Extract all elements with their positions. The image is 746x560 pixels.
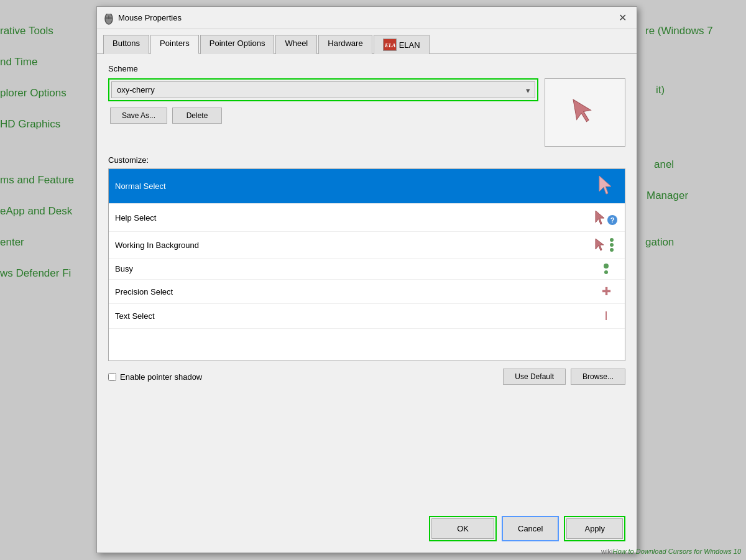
apply-button[interactable]: Apply: [566, 518, 623, 539]
cursor-item-busy[interactable]: Busy: [109, 259, 625, 280]
bg-text-3: plorer Options: [0, 87, 67, 99]
scheme-label: Scheme: [108, 64, 625, 73]
tab-elan[interactable]: ELAN ELAN: [374, 35, 430, 54]
mouse-properties-dialog: Mouse Properties ✕ Buttons Pointers Poin…: [96, 6, 637, 553]
bg-text-5: ms and Feature: [0, 174, 74, 186]
tab-bar: Buttons Pointers Pointer Options Wheel H…: [97, 29, 637, 54]
tab-pointer-options[interactable]: Pointer Options: [200, 35, 275, 54]
normal-select-icon: [594, 174, 619, 198]
customize-label: Customize:: [108, 155, 625, 165]
cursor-item-precision-select[interactable]: Precision Select ✚: [109, 280, 625, 304]
bg-text-6: eApp and Desk: [0, 205, 72, 218]
watermark-how: How to Download Cursors for Windows 10: [612, 548, 741, 555]
shadow-checkbox[interactable]: [108, 373, 116, 381]
text-select-icon: I: [594, 309, 619, 323]
tab-pointers[interactable]: Pointers: [150, 35, 199, 54]
bg-text-2: nd Time: [0, 56, 37, 68]
bg-text-1: rative Tools: [0, 25, 53, 37]
elan-label: ELAN: [399, 40, 420, 50]
dialog-icon: [102, 14, 114, 22]
title-bar: Mouse Properties ✕: [97, 7, 637, 29]
working-background-icon: [594, 237, 619, 253]
bottom-buttons: OK Cancel Apply: [429, 516, 625, 541]
ok-button-wrapper: OK: [429, 516, 497, 541]
scheme-select-wrapper: oxy-cherry: [111, 81, 535, 98]
use-default-button[interactable]: Use Default: [503, 369, 566, 385]
bg-text-8: ws Defender Fi: [0, 267, 71, 280]
tab-wheel[interactable]: Wheel: [275, 35, 317, 54]
help-select-icon: ?: [594, 209, 619, 226]
svg-marker-7: [596, 211, 604, 224]
bg-text-10: Manager: [647, 190, 688, 202]
svg-marker-5: [573, 96, 592, 123]
cursor-preview-box: [545, 78, 625, 147]
bg-text-4: HD Graphics: [0, 118, 60, 131]
shadow-buttons: Use Default Browse...: [503, 369, 625, 385]
bg-text-12: re (Windows 7: [645, 25, 713, 37]
close-button[interactable]: ✕: [608, 8, 637, 27]
scheme-select[interactable]: oxy-cherry: [111, 81, 535, 98]
bg-text-13: it): [656, 84, 665, 96]
busy-icon: [594, 264, 619, 274]
shadow-row: Enable pointer shadow Use Default Browse…: [108, 369, 625, 385]
cursor-item-help-select[interactable]: Help Select ?: [109, 204, 625, 232]
tab-hardware[interactable]: Hardware: [318, 35, 372, 54]
shadow-label: Enable pointer shadow: [120, 372, 202, 382]
elan-logo: ELAN: [383, 39, 397, 51]
bg-text-7: enter: [0, 236, 24, 249]
cursor-preview-icon: [569, 92, 601, 132]
cursor-item-normal-select[interactable]: Normal Select: [109, 169, 625, 204]
dialog-content: Scheme oxy-cherry Save As... Delete: [97, 54, 637, 395]
svg-text:ELAN: ELAN: [384, 42, 395, 48]
scheme-left: oxy-cherry Save As... Delete: [108, 78, 538, 124]
scheme-buttons: Save As... Delete: [108, 108, 538, 124]
bg-text-9: anel: [654, 158, 674, 171]
svg-marker-8: [596, 239, 604, 250]
delete-button[interactable]: Delete: [172, 108, 222, 124]
cursor-list[interactable]: Normal Select Help Select ?: [108, 168, 625, 361]
cursor-item-text-select[interactable]: Text Select I: [109, 304, 625, 329]
cursor-item-working-background[interactable]: Working In Background: [109, 232, 625, 259]
watermark-wiki: wiki: [601, 548, 612, 555]
bg-text-11: gation: [645, 236, 674, 249]
dialog-title: Mouse Properties: [118, 13, 632, 22]
watermark: wikiHow to Download Cursors for Windows …: [601, 548, 741, 555]
scheme-row: oxy-cherry Save As... Delete: [108, 78, 625, 147]
save-as-button[interactable]: Save As...: [110, 108, 167, 124]
shadow-left: Enable pointer shadow: [108, 372, 202, 382]
cancel-button[interactable]: Cancel: [502, 516, 559, 541]
browse-button[interactable]: Browse...: [571, 369, 625, 385]
svg-marker-6: [599, 176, 611, 194]
tab-buttons[interactable]: Buttons: [103, 35, 149, 54]
ok-button[interactable]: OK: [431, 518, 494, 539]
precision-select-icon: ✚: [594, 285, 619, 298]
scheme-dropdown-highlight: oxy-cherry: [108, 78, 538, 101]
apply-button-wrapper: Apply: [564, 516, 625, 541]
